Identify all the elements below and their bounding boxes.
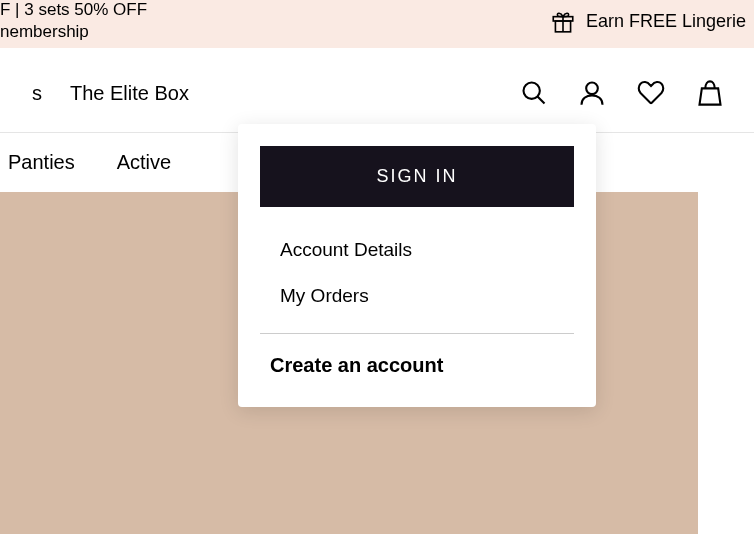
promo-right-text: Earn FREE Lingerie xyxy=(586,11,746,32)
nav-active[interactable]: Active xyxy=(117,151,171,174)
nav-elite-box[interactable]: The Elite Box xyxy=(70,82,189,105)
search-icon[interactable] xyxy=(520,79,548,107)
bag-icon[interactable] xyxy=(696,78,724,108)
nav-panties[interactable]: Panties xyxy=(8,151,75,174)
svg-point-5 xyxy=(586,83,598,95)
user-icon[interactable] xyxy=(578,79,606,107)
gift-icon xyxy=(550,8,576,34)
my-orders-link[interactable]: My Orders xyxy=(260,269,574,315)
signin-button[interactable]: SIGN IN xyxy=(260,146,574,207)
svg-point-3 xyxy=(524,83,540,99)
nav-partial[interactable]: s xyxy=(32,82,42,105)
promo-line1: F | 3 sets 50% OFF xyxy=(0,0,147,19)
heart-icon[interactable] xyxy=(636,79,666,107)
svg-line-4 xyxy=(538,97,545,104)
account-dropdown: SIGN IN Account Details My Orders Create… xyxy=(238,124,596,407)
header-left: s The Elite Box xyxy=(32,82,189,105)
dropdown-divider xyxy=(260,333,574,334)
header: s The Elite Box xyxy=(0,48,754,132)
header-right xyxy=(520,78,724,108)
create-account-link[interactable]: Create an account xyxy=(260,346,574,385)
promo-text-left: F | 3 sets 50% OFF nembership xyxy=(0,0,147,43)
promo-banner: F | 3 sets 50% OFF nembership Earn FREE … xyxy=(0,0,754,48)
promo-right[interactable]: Earn FREE Lingerie xyxy=(550,8,746,34)
promo-line2: nembership xyxy=(0,22,89,41)
account-details-link[interactable]: Account Details xyxy=(260,223,574,269)
